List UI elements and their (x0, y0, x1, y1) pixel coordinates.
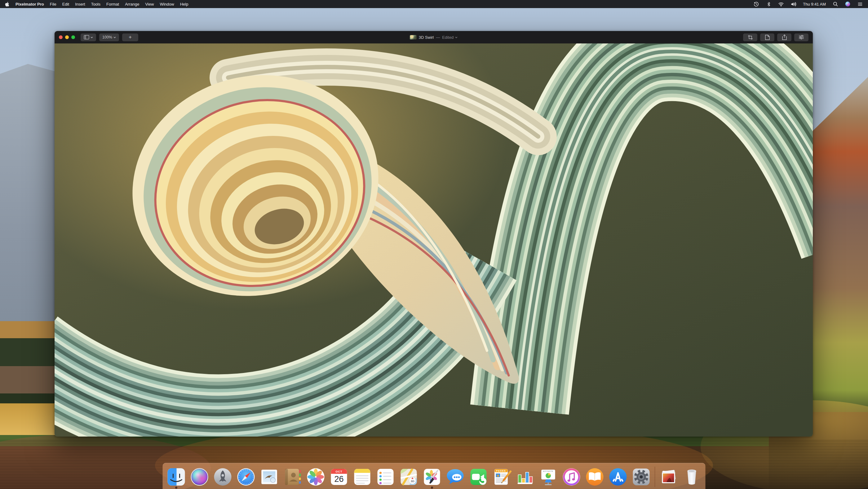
running-indicator (431, 487, 433, 489)
dock-divider (655, 467, 655, 487)
dock-item-finder[interactable] (166, 467, 186, 487)
share-icon (782, 34, 787, 40)
dock-item-safari[interactable] (236, 467, 256, 487)
dock-item-appstore[interactable] (608, 467, 628, 487)
launchpad-icon (213, 467, 233, 487)
dock-item-pixelmator[interactable] (422, 467, 442, 487)
menu-arrange[interactable]: Arrange (125, 2, 139, 6)
calendar-icon: OCT 26 (329, 467, 349, 487)
dock-item-pages[interactable]: PAGES (492, 467, 512, 487)
photos-icon (306, 467, 326, 487)
menu-help[interactable]: Help (180, 2, 188, 6)
mail-icon (259, 467, 279, 487)
zoom-level-button[interactable]: 100% (99, 33, 119, 41)
keynote-icon: KEYNOTE (538, 467, 558, 487)
volume-icon[interactable] (790, 1, 796, 7)
finder-icon (166, 467, 186, 487)
numbers-icon (515, 467, 535, 487)
pages-icon: PAGES (492, 467, 512, 487)
svg-text:3D: 3D (410, 479, 414, 483)
reminders-icon (376, 467, 396, 487)
share-button[interactable] (777, 33, 792, 41)
apple-menu-icon[interactable] (5, 2, 10, 7)
dock-item-photos[interactable] (306, 467, 326, 487)
svg-text:KEYNOTE: KEYNOTE (543, 470, 554, 472)
canvas-artwork (55, 44, 813, 437)
notification-center-icon[interactable] (857, 1, 863, 7)
notes-icon (352, 467, 372, 487)
menu-file[interactable]: File (50, 2, 56, 6)
menu-view[interactable]: View (145, 2, 154, 6)
dock-item-trash[interactable] (682, 467, 702, 487)
document-title: 3D Swirl (419, 35, 434, 40)
dock-item-mail[interactable] (259, 467, 279, 487)
desktop: Pixelmator Pro File Edit Insert Tools Fo… (0, 0, 868, 489)
app-store-icon (608, 467, 628, 487)
window-titlebar: 100% + 3D Swirl — Edited (55, 31, 813, 44)
time-machine-icon[interactable] (753, 1, 759, 7)
new-document-button[interactable] (760, 33, 774, 41)
view-options-button[interactable] (81, 33, 96, 41)
window-title: 3D Swirl — Edited (410, 31, 458, 44)
siri-icon (190, 467, 210, 487)
adjustments-button[interactable] (794, 33, 808, 41)
document-status[interactable]: Edited (442, 35, 458, 40)
menu-format[interactable]: Format (106, 2, 119, 6)
siri-icon[interactable] (845, 1, 850, 7)
new-document-icon (765, 35, 770, 40)
menu-edit[interactable]: Edit (62, 2, 69, 6)
document-thumbnail (410, 35, 416, 39)
dock-item-notes[interactable] (352, 467, 372, 487)
dock-item-launchpad[interactable] (213, 467, 233, 487)
chevron-down-icon (91, 37, 93, 38)
messages-icon (445, 467, 465, 487)
svg-text:OCT: OCT (336, 470, 343, 473)
crop-button[interactable] (743, 33, 757, 41)
running-indicator (175, 487, 177, 489)
title-dash: — (436, 35, 440, 40)
minimize-button[interactable] (65, 35, 69, 39)
dock-item-messages[interactable] (445, 467, 465, 487)
dock-item-system-preferences[interactable] (631, 467, 651, 487)
dock-item-downloads-stack[interactable] (659, 467, 679, 487)
books-icon (585, 467, 605, 487)
pixelmator-window: 100% + 3D Swirl — Edited (55, 31, 813, 437)
menu-window[interactable]: Window (160, 2, 174, 6)
menu-insert[interactable]: Insert (75, 2, 85, 6)
wifi-icon[interactable] (778, 1, 784, 7)
menubar-clock[interactable]: Thu 9:41 AM (803, 2, 826, 6)
safari-icon (236, 467, 256, 487)
dock-item-siri[interactable] (190, 467, 210, 487)
dock-item-books[interactable] (585, 467, 605, 487)
sidebar-view-icon (84, 35, 89, 39)
bluetooth-icon[interactable] (766, 1, 772, 7)
photo-stack-icon (659, 467, 679, 487)
contacts-icon (283, 467, 303, 487)
chevron-down-icon (114, 37, 116, 38)
dock: OCT 26 (163, 463, 706, 489)
dock-item-maps[interactable]: 3D (399, 467, 419, 487)
add-button[interactable]: + (122, 33, 138, 41)
close-button[interactable] (59, 35, 63, 39)
menubar-app-name[interactable]: Pixelmator Pro (16, 2, 44, 6)
dock-item-numbers[interactable] (515, 467, 535, 487)
facetime-icon (469, 467, 489, 487)
chevron-down-icon (455, 37, 458, 38)
document-canvas[interactable] (55, 44, 813, 437)
maps-icon: 3D (399, 467, 419, 487)
itunes-icon (562, 467, 582, 487)
system-preferences-icon (631, 467, 651, 487)
spotlight-icon[interactable] (832, 1, 838, 7)
menu-tools[interactable]: Tools (91, 2, 100, 6)
zoom-button[interactable] (71, 35, 75, 39)
dock-item-reminders[interactable] (376, 467, 396, 487)
zoom-level-value: 100% (102, 35, 112, 39)
dock-item-itunes[interactable] (562, 467, 582, 487)
dock-item-keynote[interactable]: KEYNOTE (538, 467, 558, 487)
svg-text:PAGES: PAGES (496, 470, 506, 472)
dock-item-facetime[interactable] (469, 467, 489, 487)
trash-icon (682, 467, 702, 487)
dock-item-contacts[interactable] (283, 467, 303, 487)
crop-icon (748, 35, 753, 40)
dock-item-calendar[interactable]: OCT 26 (329, 467, 349, 487)
